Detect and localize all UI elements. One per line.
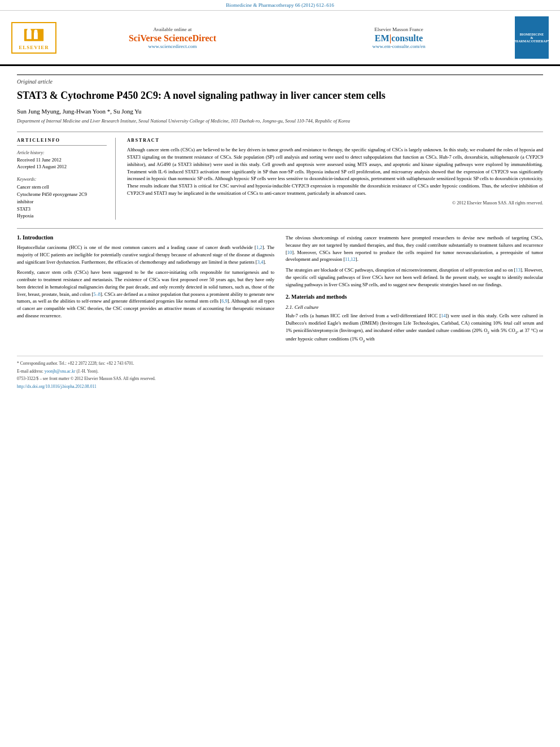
- right-para-2: The strategies are blockade of CSC pathw…: [286, 267, 543, 288]
- corresponding-author: * Corresponding author. Tel.: +82 2 2072…: [17, 361, 543, 367]
- abstract-section: A B S T R A C T Although cancer stem cel…: [127, 138, 543, 220]
- right-para-1: The obvious shortcomings of existing can…: [286, 234, 543, 263]
- emconsulte-info: Elsevier Masson France EM|consulte www.e…: [288, 27, 509, 49]
- sciencedirect-info: Available online at SciVerse ScienceDire…: [62, 27, 283, 49]
- keywords-label: Keywords:: [17, 177, 107, 182]
- sciverse-logo: SciVerse ScienceDirect: [62, 33, 283, 43]
- introduction-heading: 1. Introduction: [17, 234, 274, 241]
- intro-para-1: Hepatocellular carcinoma (HCC) is one of…: [17, 244, 274, 265]
- body-content: 1. Introduction Hepatocellular carcinoma…: [17, 228, 543, 347]
- svg-point-4: [34, 29, 37, 33]
- keyword-5: Hypoxia: [17, 212, 107, 220]
- verse-text: Verse: [140, 33, 161, 43]
- email-footnote: E-mail address: yoonjh@snu.ac.kr (J.-H. …: [17, 369, 543, 375]
- ref-13[interactable]: 13: [515, 267, 520, 273]
- ref-6-9[interactable]: 6,9: [221, 298, 228, 304]
- ref-10[interactable]: 10: [287, 250, 292, 255]
- ref-14[interactable]: 14: [441, 313, 446, 318]
- journal-bar: Biomedicine & Pharmacotherapy 66 (2012) …: [0, 0, 560, 11]
- article-info-abstract: A R T I C L E I N F O Article history: R…: [17, 132, 543, 220]
- elsevier-tree-icon: [20, 27, 48, 43]
- em-consulte-url[interactable]: www.em-consulte.com/en: [288, 43, 509, 49]
- article-title: STAT3 & Cytochrome P450 2C9: A novel sig…: [17, 89, 543, 102]
- ref-11-12[interactable]: 11,12: [345, 256, 356, 262]
- doi-link: http://dx.doi.org/10.1016/j.biopha.2012.…: [17, 384, 543, 390]
- keyword-2: Cytochrome P450 epoxygenase 2C9: [17, 191, 107, 198]
- journal-cover: BIOMEDICINE&PHARMACOTHERAPY: [515, 16, 549, 59]
- elsevier-logo-box: ELSEVIER: [11, 22, 56, 54]
- abstract-text: Although cancer stem cells (CSCs) are be…: [127, 146, 543, 196]
- keyword-1: Cancer stem cell: [17, 184, 107, 191]
- em-consulte-logo: EM|consulte: [288, 33, 509, 43]
- abstract-title: A B S T R A C T: [127, 138, 543, 143]
- cell-culture-text: Huh-7 cells (a human HCC cell line deriv…: [286, 312, 543, 344]
- available-online-label: Available online at: [62, 27, 283, 32]
- keyword-3: inhibitor: [17, 198, 107, 206]
- body-left-column: 1. Introduction Hepatocellular carcinoma…: [17, 234, 274, 347]
- email-label: E-mail address:: [17, 369, 43, 374]
- ref-3-4[interactable]: 3,4: [257, 259, 264, 265]
- accepted-date: Accepted 13 August 2012: [17, 164, 107, 169]
- affiliation: Department of Internal Medicine and Live…: [17, 118, 543, 125]
- info-divider: [17, 145, 107, 146]
- received-date: Received 11 June 2012: [17, 157, 107, 163]
- cell-culture-subheading: 2.1. Cell culture: [286, 304, 543, 310]
- sciverse-text: Sci: [129, 33, 140, 43]
- svg-rect-2: [34, 32, 38, 39]
- ref-1-2[interactable]: 1,2: [256, 244, 262, 250]
- consulte-text: consulte: [391, 33, 423, 43]
- authors: Sun Jung Myung, Jung-Hwan Yoon *, Su Jon…: [17, 108, 543, 115]
- email-link[interactable]: yoonjh@snu.ac.kr: [45, 369, 76, 374]
- article-type: Original article: [17, 75, 543, 85]
- author-names: Sun Jung Myung, Jung-Hwan Yoon *, Su Jon…: [17, 108, 142, 115]
- em-text: EM: [375, 33, 390, 43]
- body-right-column: The obvious shortcomings of existing can…: [286, 234, 543, 347]
- elsevier-text: ELSEVIER: [15, 45, 53, 50]
- article-info-panel: A R T I C L E I N F O Article history: R…: [17, 138, 116, 220]
- keyword-4: STAT3: [17, 206, 107, 213]
- copyright-notice: © 2012 Elsevier Masson SAS. All rights r…: [127, 200, 543, 206]
- corresponding-label: * Corresponding author. Tel.: +82 2 2072…: [17, 361, 134, 366]
- issn-notice: 0753-3322/$ – see front matter © 2012 El…: [17, 376, 543, 382]
- journal-cover-text: BIOMEDICINE&PHARMACOTHERAPY: [513, 33, 550, 43]
- elsevier-logo: ELSEVIER: [11, 22, 56, 54]
- header-section: ELSEVIER Available online at SciVerse Sc…: [0, 11, 560, 66]
- intro-para-2: Recently, cancer stem cells (CSCs) have …: [17, 269, 274, 319]
- ref-5-8[interactable]: 5–8: [93, 291, 100, 297]
- sciencedirect-url[interactable]: www.sciencedirect.com: [62, 43, 283, 49]
- journal-bar-text: Biomedicine & Pharmacotherapy 66 (2012) …: [226, 2, 334, 8]
- main-content: Original article STAT3 & Cytochrome P450…: [0, 66, 560, 400]
- history-label: Article history:: [17, 150, 107, 155]
- materials-methods-heading: 2. Materials and methods: [286, 294, 543, 300]
- keywords-list: Cancer stem cell Cytochrome P450 epoxyge…: [17, 184, 107, 220]
- footer-section: * Corresponding author. Tel.: +82 2 2072…: [17, 356, 543, 390]
- doi-anchor[interactable]: http://dx.doi.org/10.1016/j.biopha.2012.…: [17, 384, 97, 389]
- sciencedirect-text: ScienceDirect: [164, 33, 216, 43]
- svg-point-3: [27, 28, 31, 32]
- article-info-title: A R T I C L E I N F O: [17, 138, 107, 143]
- email-suffix: (J.-H. Yoon).: [76, 369, 98, 374]
- elsevier-masson-label: Elsevier Masson France: [288, 27, 509, 32]
